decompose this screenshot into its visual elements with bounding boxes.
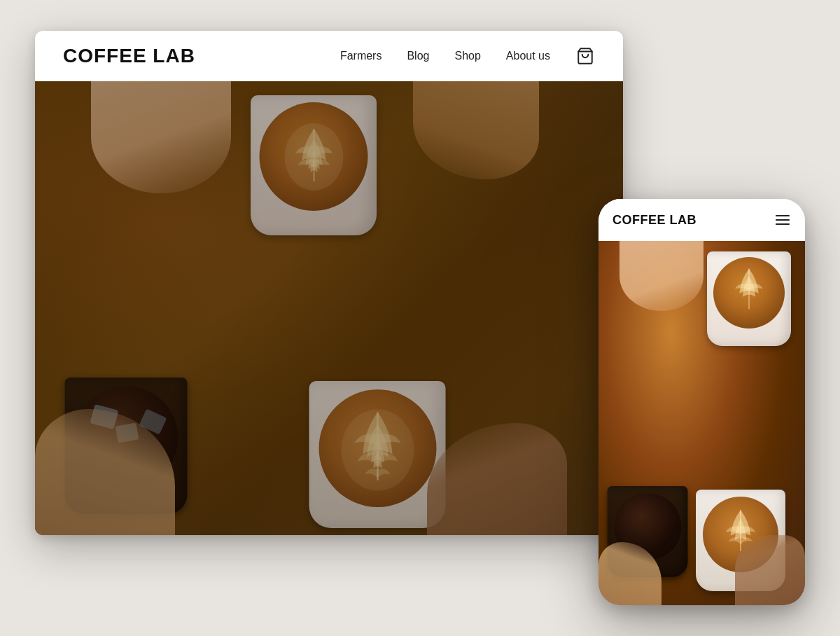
mobile-logo: COFFEE LAB bbox=[612, 213, 696, 228]
nav-item-about[interactable]: About us bbox=[506, 50, 550, 62]
desktop-nav: Farmers Blog Shop About us bbox=[340, 46, 595, 66]
hamburger-icon[interactable] bbox=[774, 212, 791, 228]
mobile-hero bbox=[598, 241, 805, 605]
nav-item-shop[interactable]: Shop bbox=[454, 50, 480, 62]
nav-item-farmers[interactable]: Farmers bbox=[340, 50, 382, 62]
coffee-image bbox=[35, 81, 623, 535]
desktop-mockup: COFFEE LAB Farmers Blog Shop About us bbox=[35, 31, 623, 535]
mobile-header: COFFEE LAB bbox=[598, 199, 805, 241]
desktop-hero bbox=[35, 81, 623, 535]
scene: COFFEE LAB Farmers Blog Shop About us bbox=[35, 31, 805, 605]
nav-item-blog[interactable]: Blog bbox=[407, 50, 429, 62]
desktop-logo: COFFEE LAB bbox=[63, 45, 195, 67]
mobile-coffee-image bbox=[598, 241, 805, 605]
mobile-mockup: COFFEE LAB bbox=[598, 199, 805, 605]
coffee-overlay bbox=[35, 81, 623, 535]
mobile-hand-top bbox=[620, 241, 704, 311]
desktop-header: COFFEE LAB Farmers Blog Shop About us bbox=[35, 31, 623, 81]
mobile-hand-right bbox=[735, 535, 805, 605]
cart-icon[interactable] bbox=[575, 46, 595, 66]
